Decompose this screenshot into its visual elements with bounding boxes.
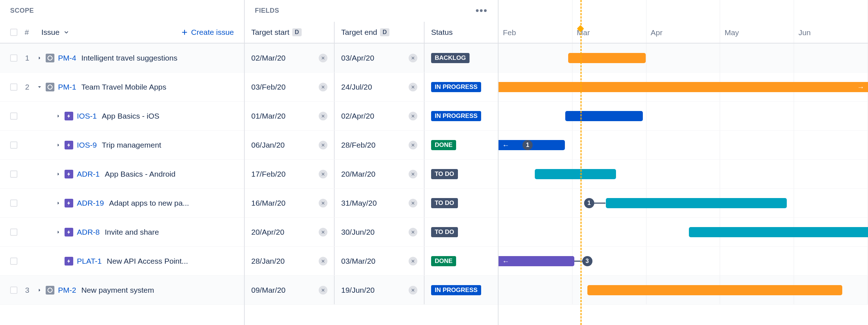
clear-start-icon[interactable] (319, 170, 327, 178)
row-checkbox[interactable] (10, 258, 17, 265)
target-end-value[interactable]: 03/Apr/20 (341, 54, 374, 62)
issue-row[interactable]: ADR-8Invite and share (0, 218, 244, 247)
row-checkbox[interactable] (10, 54, 17, 62)
dependency-badge[interactable]: 3 (582, 256, 592, 266)
timeline-bar[interactable] (565, 111, 643, 121)
issue-summary[interactable]: Intelligent travel suggestions (81, 54, 177, 62)
status-badge[interactable]: IN PROGRESS (431, 82, 481, 92)
issue-row[interactable]: IOS-1App Basics - iOS (0, 102, 244, 131)
issue-key[interactable]: PM-1 (58, 83, 76, 91)
target-end-value[interactable]: 31/May/20 (341, 199, 377, 207)
clear-end-icon[interactable] (409, 199, 417, 207)
create-issue-button[interactable]: Create issue (181, 28, 234, 37)
dependency-badge[interactable]: 1 (584, 198, 594, 208)
issue-key[interactable]: ADR-1 (77, 170, 100, 178)
issue-summary[interactable]: Trip management (102, 141, 161, 149)
clear-start-icon[interactable] (319, 112, 327, 120)
target-end-value[interactable]: 24/Jul/20 (341, 83, 372, 91)
clear-start-icon[interactable] (319, 257, 327, 266)
clear-start-icon[interactable] (319, 228, 327, 236)
issue-row[interactable]: ADR-19Adapt apps to new pa... (0, 189, 244, 218)
target-end-value[interactable]: 19/Jun/20 (341, 286, 375, 295)
timeline-bar[interactable] (568, 53, 646, 63)
target-start-value[interactable]: 09/Mar/20 (251, 286, 286, 295)
issue-column-header[interactable]: Issue (41, 28, 59, 37)
clear-start-icon[interactable] (319, 286, 327, 295)
target-start-value[interactable]: 17/Feb/20 (251, 170, 286, 178)
timeline-bar[interactable]: ← (499, 256, 574, 266)
row-checkbox[interactable] (10, 83, 17, 91)
issue-summary[interactable]: New payment system (81, 286, 154, 295)
expand-toggle[interactable] (54, 113, 62, 119)
issue-summary[interactable]: App Basics - Android (105, 170, 175, 178)
target-start-value[interactable]: 16/Mar/20 (251, 199, 286, 207)
row-checkbox[interactable] (10, 229, 17, 236)
issue-row[interactable]: ADR-1App Basics - Android (0, 160, 244, 189)
issue-row[interactable]: PLAT-1New API Access Point... (0, 247, 244, 276)
clear-end-icon[interactable] (409, 257, 417, 266)
expand-toggle[interactable] (54, 142, 62, 148)
status-header[interactable]: Status (431, 28, 453, 37)
clear-end-icon[interactable] (409, 286, 417, 295)
issue-summary[interactable]: App Basics - iOS (102, 112, 160, 120)
expand-toggle[interactable] (54, 229, 62, 235)
target-end-value[interactable]: 28/Feb/20 (341, 141, 376, 149)
target-end-header[interactable]: Target end (341, 28, 377, 37)
clear-end-icon[interactable] (409, 54, 417, 62)
row-checkbox[interactable] (10, 112, 17, 120)
clear-end-icon[interactable] (409, 141, 417, 149)
target-end-value[interactable]: 02/Apr/20 (341, 112, 374, 120)
more-icon[interactable]: ••• (476, 5, 488, 16)
clear-end-icon[interactable] (409, 170, 417, 178)
issue-key[interactable]: ADR-8 (77, 228, 100, 236)
timeline-bar[interactable]: → (499, 82, 868, 92)
issue-row[interactable]: 3PM-2New payment system (0, 276, 244, 305)
row-checkbox[interactable] (10, 170, 17, 178)
expand-toggle[interactable] (36, 287, 44, 293)
timeline-bar[interactable] (689, 227, 868, 237)
clear-end-icon[interactable] (409, 83, 417, 91)
target-start-header[interactable]: Target start (251, 28, 289, 37)
status-badge[interactable]: TO DO (431, 227, 458, 237)
target-end-value[interactable]: 20/Mar/20 (341, 170, 376, 178)
dependency-badge[interactable]: 1 (522, 140, 533, 150)
issue-key[interactable]: ADR-19 (77, 199, 104, 207)
issue-key[interactable]: IOS-9 (77, 141, 97, 149)
status-badge[interactable]: IN PROGRESS (431, 285, 481, 295)
issue-summary[interactable]: Invite and share (105, 228, 159, 236)
status-badge[interactable]: TO DO (431, 198, 458, 208)
clear-start-icon[interactable] (319, 83, 327, 91)
clear-start-icon[interactable] (319, 54, 327, 62)
row-checkbox[interactable] (10, 199, 17, 207)
expand-toggle[interactable] (36, 84, 44, 90)
target-start-value[interactable]: 06/Jan/20 (251, 141, 285, 149)
timeline-bar[interactable] (587, 285, 842, 295)
status-badge[interactable]: DONE (431, 256, 456, 266)
select-all-checkbox[interactable] (10, 29, 17, 36)
timeline-bar[interactable] (606, 198, 787, 208)
target-start-value[interactable]: 02/Mar/20 (251, 54, 286, 62)
clear-end-icon[interactable] (409, 112, 417, 120)
expand-toggle[interactable] (54, 200, 62, 206)
target-start-value[interactable]: 03/Feb/20 (251, 83, 286, 91)
issue-row[interactable]: 2PM-1Team Travel Mobile Apps (0, 73, 244, 102)
target-start-value[interactable]: 01/Mar/20 (251, 112, 286, 120)
clear-start-icon[interactable] (319, 199, 327, 207)
timeline-bar[interactable] (535, 169, 616, 179)
clear-start-icon[interactable] (319, 141, 327, 149)
status-badge[interactable]: BACKLOG (431, 53, 470, 63)
issue-summary[interactable]: Team Travel Mobile Apps (81, 83, 166, 91)
row-checkbox[interactable] (10, 287, 17, 294)
clear-end-icon[interactable] (409, 228, 417, 236)
status-badge[interactable]: TO DO (431, 169, 458, 179)
target-start-value[interactable]: 28/Jan/20 (251, 257, 285, 266)
status-badge[interactable]: DONE (431, 140, 456, 150)
target-end-value[interactable]: 03/Mar/20 (341, 257, 376, 266)
issue-key[interactable]: PM-2 (58, 286, 76, 295)
target-end-value[interactable]: 30/Jun/20 (341, 228, 375, 236)
issue-summary[interactable]: Adapt apps to new pa... (109, 199, 189, 207)
row-checkbox[interactable] (10, 141, 17, 149)
issue-key[interactable]: PM-4 (58, 54, 76, 62)
expand-toggle[interactable] (36, 55, 44, 61)
issue-key[interactable]: IOS-1 (77, 112, 97, 120)
